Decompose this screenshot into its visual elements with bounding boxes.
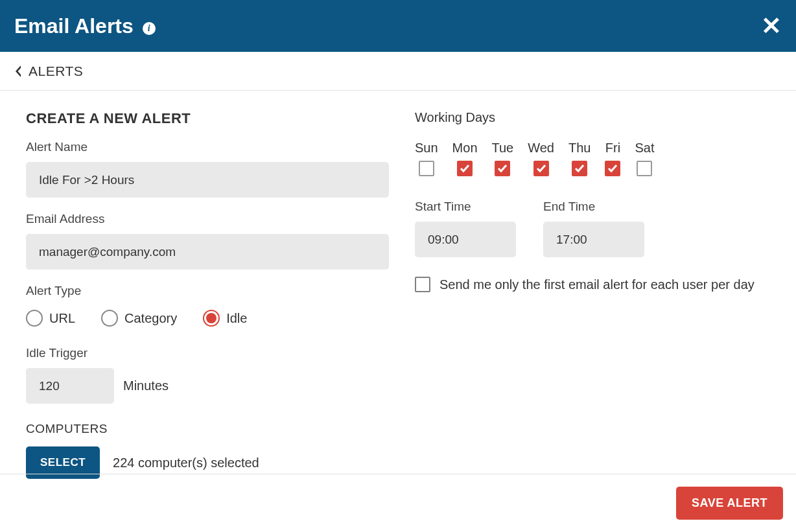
working-days-row: SunMonTueWedThuFriSat [415, 141, 770, 176]
alert-type-row: URL Category Idle [26, 310, 389, 327]
email-input[interactable] [26, 234, 389, 270]
day-name: Tue [492, 141, 514, 156]
radio-url-label: URL [49, 311, 75, 326]
checkmark-icon [536, 163, 546, 174]
save-alert-button[interactable]: SAVE ALERT [676, 487, 783, 520]
radio-idle-label: Idle [226, 311, 247, 326]
radio-circle-icon [26, 310, 43, 327]
idle-minutes-suffix: Minutes [123, 378, 169, 393]
day-checkbox-thu[interactable] [572, 161, 587, 176]
computers-selected-count: 224 computer(s) selected [113, 456, 259, 470]
first-alert-only-label: Send me only the first email alert for e… [439, 277, 755, 292]
end-time-col: End Time [543, 200, 644, 257]
right-column: Working Days SunMonTueWedThuFriSat Start… [415, 110, 770, 479]
day-col-wed: Wed [528, 141, 554, 176]
close-icon[interactable]: ✕ [761, 14, 782, 38]
day-checkbox-wed[interactable] [533, 161, 549, 176]
radio-dot-icon [206, 313, 217, 323]
idle-minutes-input[interactable] [26, 368, 114, 404]
start-time-label: Start Time [415, 200, 516, 214]
breadcrumb-back[interactable]: ALERTS [14, 64, 83, 79]
radio-category[interactable]: Category [101, 310, 177, 327]
working-days-label: Working Days [415, 110, 770, 125]
idle-trigger-label: Idle Trigger [26, 346, 389, 360]
computers-label: COMPUTERS [26, 422, 389, 436]
checkmark-icon [574, 163, 585, 174]
email-label: Email Address [26, 212, 389, 226]
day-checkbox-fri[interactable] [605, 161, 620, 176]
day-name: Fri [605, 141, 620, 156]
day-name: Sun [415, 141, 438, 156]
dialog-header: Email Alerts i ✕ [0, 0, 796, 52]
day-col-sun: Sun [415, 141, 438, 176]
main-content: CREATE A NEW ALERT Alert Name Email Addr… [0, 91, 796, 492]
breadcrumb-bar: ALERTS [0, 52, 796, 91]
day-name: Mon [452, 141, 478, 156]
day-checkbox-sat[interactable] [637, 161, 652, 176]
radio-circle-icon [203, 310, 220, 327]
day-col-sat: Sat [635, 141, 654, 176]
radio-idle[interactable]: Idle [203, 310, 247, 327]
checkmark-icon [460, 163, 470, 174]
checkmark-icon [607, 163, 618, 174]
dialog-title: Email Alerts [14, 14, 134, 38]
idle-trigger-row: Minutes [26, 368, 389, 404]
breadcrumb-label: ALERTS [29, 64, 83, 79]
chevron-left-icon [14, 65, 22, 77]
day-col-tue: Tue [492, 141, 514, 176]
start-time-col: Start Time [415, 200, 516, 257]
end-time-input[interactable] [543, 222, 644, 257]
dialog-footer: SAVE ALERT [0, 474, 796, 532]
radio-circle-icon [101, 310, 118, 327]
day-checkbox-tue[interactable] [495, 161, 510, 176]
day-name: Thu [568, 141, 591, 156]
day-name: Sat [635, 141, 654, 156]
alert-type-label: Alert Type [26, 284, 389, 298]
header-left: Email Alerts i [14, 14, 156, 38]
first-alert-only-row: Send me only the first email alert for e… [415, 277, 770, 292]
day-name: Wed [528, 141, 554, 156]
first-alert-only-checkbox[interactable] [415, 277, 430, 292]
left-column: CREATE A NEW ALERT Alert Name Email Addr… [26, 110, 389, 479]
checkmark-icon [497, 163, 508, 174]
radio-category-label: Category [124, 311, 177, 326]
end-time-label: End Time [543, 200, 644, 214]
day-col-mon: Mon [452, 141, 478, 176]
alert-name-input[interactable] [26, 162, 389, 198]
day-col-fri: Fri [605, 141, 620, 176]
day-checkbox-sun[interactable] [419, 161, 434, 176]
day-col-thu: Thu [568, 141, 591, 176]
start-time-input[interactable] [415, 222, 516, 257]
alert-name-label: Alert Name [26, 140, 389, 154]
radio-url[interactable]: URL [26, 310, 75, 327]
section-title: CREATE A NEW ALERT [26, 110, 389, 127]
time-row: Start Time End Time [415, 200, 770, 257]
day-checkbox-mon[interactable] [457, 161, 473, 176]
info-icon[interactable]: i [143, 22, 156, 35]
